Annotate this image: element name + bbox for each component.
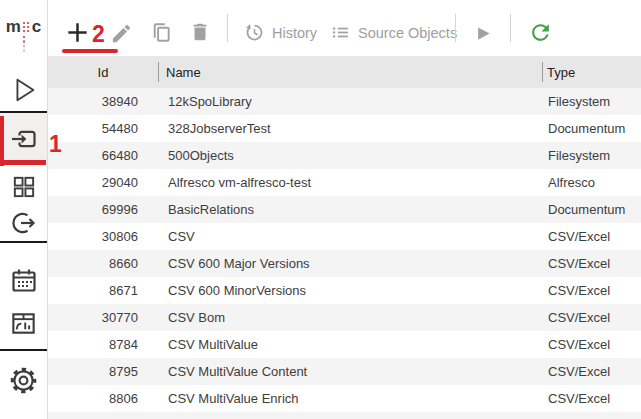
cell-id: 66480 — [48, 142, 158, 169]
toolbar-separator — [227, 14, 228, 42]
cell-name: CSV Bom — [158, 304, 542, 331]
source-objects-button-label: Source Objects — [358, 25, 457, 41]
cell-type: CSV/Excel — [542, 277, 641, 304]
sidebar-item-export[interactable] — [0, 206, 47, 240]
logo-dots-icon — [23, 22, 30, 33]
cell-name: CSV 600 MinorVersions — [158, 277, 542, 304]
annotation-step-1: 1 — [49, 133, 62, 156]
cell-id: 30770 — [48, 304, 158, 331]
cell-name: Alfresco vm-alfresco-test — [158, 169, 542, 196]
cell-type: CSV/Excel — [542, 250, 641, 277]
column-resize-handle[interactable] — [542, 62, 543, 82]
sidebar-item-scheduler[interactable] — [0, 264, 47, 298]
table-row[interactable]: 8671 CSV 600 MinorVersions CSV/Excel — [48, 277, 641, 304]
cell-type: CSV/Excel — [542, 331, 641, 358]
cell-name: CSV 600 Major Versions — [158, 250, 542, 277]
cell-type: CSV/Excel — [542, 304, 641, 331]
annotation-underline — [62, 49, 118, 53]
cell-id: 8795 — [48, 358, 158, 385]
table-row[interactable]: 29040 Alfresco vm-alfresco-test Alfresco — [48, 169, 641, 196]
column-header-type[interactable]: Type — [542, 65, 641, 80]
sidebar: m c — [0, 0, 48, 419]
table-row-partial[interactable] — [48, 412, 641, 419]
sidebar-item-import[interactable] — [0, 113, 47, 164]
toolbar-separator — [455, 14, 456, 42]
main-content: History Source Objects — [48, 0, 641, 419]
calendar-icon — [9, 266, 39, 296]
cell-name: BasicRelations — [158, 196, 542, 223]
table-row[interactable]: 8784 CSV MultiValue CSV/Excel — [48, 331, 641, 358]
column-header-name[interactable]: Name — [158, 65, 542, 80]
cell-type: CSV/Excel — [542, 358, 641, 385]
table-body: 38940 12kSpoLibrary Filesystem 54480 328… — [48, 88, 641, 419]
refresh-button[interactable] — [528, 20, 553, 45]
gear-icon — [8, 365, 39, 396]
cell-type: CSV/Excel — [542, 223, 641, 250]
cell-name: 500Objects — [158, 142, 542, 169]
table-row[interactable]: 8806 CSV MultiValue Enrich CSV/Excel — [48, 385, 641, 412]
logo-letter-m: m — [6, 20, 21, 34]
delete-button[interactable] — [189, 21, 211, 43]
app-window: m c — [0, 0, 641, 419]
table-row[interactable]: 38940 12kSpoLibrary Filesystem — [48, 88, 641, 115]
annotation-step-2: 2 — [92, 23, 105, 46]
pencil-icon — [110, 22, 133, 45]
logo-dot-tail-icon — [23, 36, 25, 52]
cell-type: Alfresco — [542, 169, 641, 196]
cell-type: Filesystem — [542, 142, 641, 169]
cell-id: 8671 — [48, 277, 158, 304]
sidebar-divider — [0, 349, 47, 351]
run-button[interactable] — [472, 23, 493, 44]
cell-name: 12kSpoLibrary — [158, 88, 542, 115]
grid-icon — [10, 173, 37, 200]
annotation-highlight-left-bar — [0, 116, 4, 166]
cell-id: 29040 — [48, 169, 158, 196]
cell-id: 30806 — [48, 223, 158, 250]
table-row[interactable]: 54480 328JobserverTest Documentum — [48, 115, 641, 142]
cell-id: 8806 — [48, 385, 158, 412]
cell-type: Filesystem — [542, 88, 641, 115]
cell-name: CSV MultiValue Content — [158, 358, 542, 385]
list-icon — [330, 22, 351, 43]
edit-button[interactable] — [110, 22, 133, 45]
history-icon — [244, 22, 265, 43]
table-row[interactable]: 30806 CSV CSV/Excel — [48, 223, 641, 250]
sidebar-item-modules[interactable] — [0, 170, 47, 202]
sidebar-item-dashboard[interactable] — [0, 307, 47, 340]
table-row[interactable]: 69996 BasicRelations Documentum — [48, 196, 641, 223]
annotation-highlight-bottom-bar — [0, 160, 46, 165]
cell-id: 69996 — [48, 196, 158, 223]
cell-type: Documentum — [542, 196, 641, 223]
column-header-id[interactable]: Id — [48, 65, 158, 80]
add-button[interactable] — [64, 19, 91, 46]
refresh-icon — [528, 20, 553, 45]
sidebar-item-settings[interactable] — [0, 362, 47, 398]
cell-name: 328JobserverTest — [158, 115, 542, 142]
table-row[interactable]: 8795 CSV MultiValue Content CSV/Excel — [48, 358, 641, 385]
table-row[interactable]: 8660 CSV 600 Major Versions CSV/Excel — [48, 250, 641, 277]
column-resize-handle[interactable] — [158, 62, 159, 82]
history-button[interactable]: History — [244, 22, 317, 43]
dashboard-icon — [9, 309, 38, 338]
play-outline-icon — [9, 74, 39, 106]
cell-id: 54480 — [48, 115, 158, 142]
toolbar-separator — [510, 14, 511, 42]
table-header: Id Name Type — [48, 56, 641, 88]
app-logo: m c — [0, 20, 47, 54]
logo-letter-c: c — [32, 20, 41, 34]
table-row[interactable]: 30770 CSV Bom CSV/Excel — [48, 304, 641, 331]
table-row[interactable]: 66480 500Objects Filesystem — [48, 142, 641, 169]
cell-name: CSV MultiValue — [158, 331, 542, 358]
import-icon — [9, 124, 39, 154]
export-icon — [9, 208, 39, 238]
plus-icon — [64, 19, 91, 46]
cell-name: CSV MultiValue Enrich — [158, 385, 542, 412]
source-objects-button[interactable]: Source Objects — [330, 22, 457, 43]
cell-name: CSV — [158, 223, 542, 250]
play-filled-icon — [472, 23, 493, 44]
copy-button[interactable] — [148, 20, 173, 45]
sidebar-item-run[interactable] — [0, 72, 47, 108]
cell-id: 8660 — [48, 250, 158, 277]
cell-id: 38940 — [48, 88, 158, 115]
cell-id: 8784 — [48, 331, 158, 358]
